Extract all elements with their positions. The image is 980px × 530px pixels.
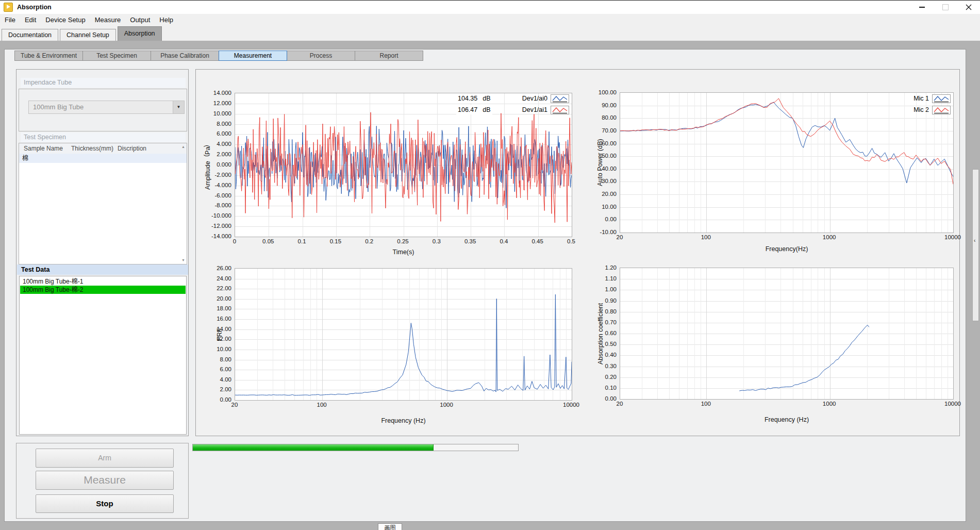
- frf-plot[interactable]: [235, 268, 572, 401]
- x-tick-label: 0.15: [320, 238, 351, 244]
- x-tick-label: 20: [219, 402, 250, 408]
- scroll-up-icon[interactable]: ▲: [181, 145, 185, 149]
- menu-item-device-setup[interactable]: Device Setup: [41, 14, 90, 26]
- test-specimen-table[interactable]: Sample NameThickness(mm)Discription 棉 ▲ …: [19, 143, 187, 264]
- y-tick-label: 0.50: [590, 341, 617, 347]
- y-tick-label: 4.00: [205, 376, 231, 383]
- legend-label: Mic 1: [885, 95, 929, 102]
- y-tick-label: 1.10: [590, 275, 617, 281]
- legend-item-mic-1[interactable]: Mic 1: [885, 93, 951, 104]
- arm-button[interactable]: Arm: [36, 449, 174, 468]
- close-button[interactable]: [957, 1, 980, 14]
- y-tick-label: 70.00: [590, 127, 617, 134]
- impedance-tube-select[interactable]: 100mm Big Tube ▼: [28, 101, 185, 114]
- dropdown-arrow-icon[interactable]: ▼: [173, 101, 184, 113]
- y-tick-label: 1.00: [590, 286, 617, 292]
- time-waveform-x-axis-title: Time(s): [235, 249, 572, 256]
- progress-bar: [192, 444, 519, 451]
- x-tick-label: 0.3: [421, 238, 452, 244]
- x-tick-label: 100: [690, 234, 721, 240]
- tab-absorption[interactable]: Absorption: [118, 26, 162, 41]
- y-tick-label: -2.000: [205, 172, 231, 178]
- y-tick-label: 0.90: [590, 297, 617, 304]
- menu-item-file[interactable]: File: [0, 14, 20, 26]
- y-tick-label: 0.60: [590, 330, 617, 336]
- y-tick-label: 8.000: [205, 121, 231, 127]
- subtab-process[interactable]: Process: [287, 51, 355, 61]
- y-tick-label: 40.00: [590, 165, 617, 172]
- x-tick-label: 0.25: [388, 238, 419, 244]
- y-tick-label: 0.20: [590, 374, 617, 380]
- y-tick-label: 24.00: [205, 275, 231, 281]
- test-data-item-selected[interactable]: 100mm Big Tube-棉-2: [20, 286, 186, 294]
- app-icon: [4, 3, 13, 12]
- tab-documentation[interactable]: Documentation: [2, 29, 58, 41]
- y-tick-label: 0.00: [590, 216, 617, 222]
- auto-power-y-axis-title: Auto Power (dB): [596, 92, 604, 233]
- y-tick-label: 60.00: [590, 140, 617, 146]
- app-window: Absorption FileEditDevice SetupMeasureOu…: [0, 0, 980, 530]
- minimize-button[interactable]: [910, 1, 934, 14]
- column-header-sample-name: Sample Name: [24, 143, 63, 154]
- y-tick-label: -6.000: [205, 192, 231, 198]
- tab-channel-setup[interactable]: Channel Setup: [60, 29, 116, 41]
- test-data-list[interactable]: 100mm Big Tube-棉-1100mm Big Tube-棉-2: [19, 276, 187, 435]
- auto-power-legend: Mic 1Mic 2: [885, 93, 951, 115]
- title-bar: Absorption: [0, 0, 980, 14]
- charts-panel: Amplitude（Pa） Auto Power (dB) FRF Absorp…: [195, 69, 960, 436]
- x-tick-label: 0.5: [556, 238, 587, 244]
- legend-item-dev1-ai1[interactable]: Dev1/ai1: [503, 104, 569, 115]
- legend-line-icon: [551, 106, 569, 114]
- maximize-icon: [942, 4, 949, 10]
- test-data-header: Test Data: [17, 264, 188, 275]
- y-tick-label: 22.00: [205, 285, 231, 291]
- window-title: Absorption: [17, 4, 52, 11]
- subtab-phase-calibration[interactable]: Phase Calibration: [151, 51, 219, 61]
- close-icon: [966, 4, 972, 10]
- x-tick-label: 0.4: [488, 238, 519, 244]
- absorption-plot[interactable]: [620, 268, 954, 400]
- absorption-tab-page: Tube & EnvironmentTest SpecimenPhase Cal…: [4, 49, 966, 522]
- impedance-tube-header: Impendace Tube: [21, 78, 186, 88]
- collapse-panel-handle[interactable]: ‹: [972, 169, 979, 321]
- subtab-test-specimen[interactable]: Test Specimen: [82, 51, 151, 61]
- measure-button[interactable]: Measure: [36, 471, 174, 490]
- y-tick-label: 14.00: [205, 326, 231, 332]
- y-tick-label: 90.00: [590, 102, 617, 108]
- menu-item-help[interactable]: Help: [155, 14, 178, 26]
- x-tick-label: 10000: [937, 401, 968, 407]
- bottom-tab-draw[interactable]: 画图: [378, 523, 402, 530]
- measure-buttons-panel: Arm Measure Stop: [16, 443, 189, 519]
- y-tick-label: 20.00: [205, 295, 231, 302]
- subtab-tube-environment[interactable]: Tube & Environment: [14, 51, 83, 61]
- x-tick-label: 20: [604, 401, 635, 407]
- menu-item-measure[interactable]: Measure: [90, 14, 126, 26]
- y-tick-label: 12.00: [205, 336, 231, 342]
- x-tick-label: 0.45: [522, 238, 553, 244]
- maximize-button[interactable]: [934, 1, 957, 14]
- specimen-row[interactable]: 棉: [19, 154, 187, 163]
- x-tick-label: 100: [306, 402, 337, 408]
- stop-button[interactable]: Stop: [36, 494, 174, 513]
- subtab-report[interactable]: Report: [355, 51, 423, 61]
- menu-item-edit[interactable]: Edit: [20, 14, 41, 26]
- y-tick-label: 0.000: [205, 161, 231, 168]
- menu-item-output[interactable]: Output: [125, 14, 155, 26]
- x-tick-label: 1000: [814, 234, 845, 240]
- bottom-tab-label: 画图: [385, 525, 396, 530]
- test-data-item[interactable]: 100mm Big Tube-棉-1: [20, 277, 186, 286]
- y-tick-label: 0.80: [590, 308, 617, 314]
- legend-item-dev1-ai0[interactable]: Dev1/ai0: [503, 93, 569, 104]
- y-tick-label: 14.000: [205, 90, 231, 96]
- y-tick-label: 10.00: [590, 204, 617, 210]
- x-tick-label: 0.1: [287, 238, 318, 244]
- scroll-down-icon[interactable]: ▼: [181, 258, 185, 262]
- legend-item-mic-2[interactable]: Mic 2: [885, 104, 951, 115]
- impedance-tube-value: 100mm Big Tube: [33, 103, 84, 111]
- frf-x-axis-title: Frequency (Hz): [235, 417, 572, 424]
- subtab-measurement[interactable]: Measurement: [219, 51, 287, 61]
- readout-ch2-value: 106.47: [458, 106, 477, 113]
- y-tick-label: 1.20: [590, 264, 617, 271]
- left-panel: Impendace Tube 100mm Big Tube ▼ Test Spe…: [16, 69, 189, 436]
- test-specimen-columns: Sample NameThickness(mm)Discription: [19, 143, 187, 154]
